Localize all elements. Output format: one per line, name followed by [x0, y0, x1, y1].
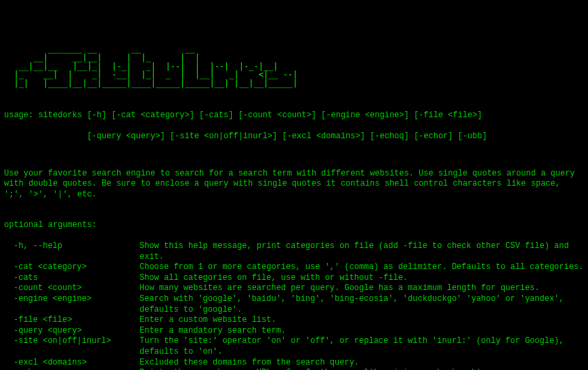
arg-row: -engine <engine>Search with 'google', 'b… — [4, 294, 584, 315]
arg-flag: -cats — [4, 273, 140, 284]
arg-row: -excl <domains>Excluded these domains fr… — [4, 358, 584, 369]
arg-description: Search with 'google', 'baidu', 'bing', '… — [140, 294, 584, 315]
arg-row: -catsShow all categories on file, use wi… — [4, 273, 584, 284]
arg-row: -count <count>How many websites are sear… — [4, 283, 584, 294]
arg-flag: -query <query> — [4, 326, 140, 337]
arg-row: -query <query>Enter a mandatory search t… — [4, 326, 584, 337]
arg-flag: -site <on|off|inurl> — [4, 336, 140, 357]
usage-block: usage: sitedorks [-h] [-cat <category>] … — [4, 100, 584, 152]
arg-row: -file <file>Enter a custom website list. — [4, 315, 584, 326]
section-title-optional-arguments: optional arguments: — [4, 220, 584, 231]
arg-description: Show this help message, print categories… — [140, 241, 584, 262]
arg-description: Turn the 'site:' operator 'on' or 'off',… — [140, 336, 584, 357]
arg-flag: -excl <domains> — [4, 358, 140, 369]
arg-description: Enter a mandatory search term. — [140, 326, 584, 337]
arg-row: -h, --helpShow this help message, print … — [4, 241, 584, 262]
arg-row: -site <on|off|inurl>Turn the 'site:' ope… — [4, 336, 584, 357]
arg-description: Excluded these domains from the search q… — [140, 358, 584, 369]
ascii-banner: _______ __ __ __ __| __|__| | |_ | | __|… — [4, 45, 584, 87]
description-text: Use your favorite search engine to searc… — [4, 169, 584, 201]
arg-row: -cat <category>Choose from 1 or more cat… — [4, 262, 584, 273]
arg-description: How many websites are searched per query… — [140, 283, 584, 294]
arg-description: Show all categories on file, use with or… — [140, 273, 584, 284]
arg-flag: -engine <engine> — [4, 294, 140, 315]
arguments-list: -h, --helpShow this help message, print … — [4, 241, 584, 370]
arg-flag: -cat <category> — [4, 262, 140, 273]
arg-description: Choose from 1 or more categories, use ',… — [140, 262, 584, 273]
arg-flag: -count <count> — [4, 283, 140, 294]
arg-flag: -file <file> — [4, 315, 140, 326]
usage-line-2: [-query <query>] [-site <on|off|inurl>] … — [4, 131, 584, 142]
arg-flag: -h, --help — [4, 241, 140, 262]
usage-line-1: usage: sitedorks [-h] [-cat <category>] … — [4, 110, 584, 121]
arg-description: Enter a custom website list. — [140, 315, 584, 326]
